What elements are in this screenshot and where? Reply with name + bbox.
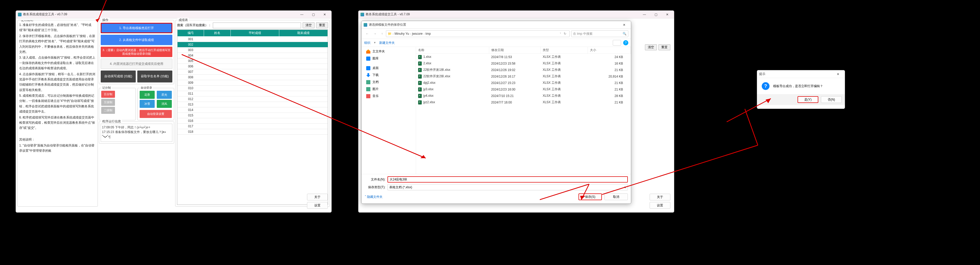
chevron-down-icon[interactable]: ˅	[560, 32, 561, 35]
auto-fill-button[interactable]: 自动填写成绩 (功能)	[101, 71, 136, 83]
table-row[interactable]: 004	[178, 53, 328, 58]
forward-button[interactable]: →	[372, 32, 378, 36]
export-template-button[interactable]: 1. 导出表格模板然后打开	[101, 23, 172, 33]
file-row[interactable]: dpj2.xlsx2024/12/27 15:23XLSX 工作表21 KB	[416, 79, 631, 86]
file-row[interactable]: 22软件开发1班.xlsx2024/12/26 19:02XLSX 工作表21 …	[416, 67, 631, 73]
clear-button[interactable]: 清空	[302, 22, 315, 28]
table-row[interactable]: 009	[178, 80, 328, 86]
refresh-button[interactable]: ↻	[562, 32, 568, 36]
back-button[interactable]: ←	[364, 32, 371, 36]
close-button[interactable]: ✕	[662, 11, 673, 18]
two-level-button[interactable]: 二级制	[101, 107, 115, 114]
hide-folders-toggle[interactable]: ˄ 隐藏文件夹	[364, 195, 383, 199]
xlsx-icon	[418, 87, 422, 92]
table-row[interactable]: 011	[178, 91, 328, 97]
clear-button[interactable]: 清空	[645, 44, 657, 50]
read-scores-button[interactable]: 2. 从表格文件中读取成绩	[101, 35, 172, 45]
table-row[interactable]: 018	[178, 129, 328, 135]
autologin-settings-button[interactable]: 自动登录设置	[140, 110, 172, 118]
table-row[interactable]: 002	[178, 42, 328, 48]
new-folder-button[interactable]: 新建文件夹	[379, 41, 395, 45]
path-seg[interactable]: jwscore	[412, 32, 423, 35]
close-button[interactable]: ✕	[319, 11, 330, 18]
autologin-panel: 自动登录 花香 星光 冰雪 清风 自动登录设置	[137, 88, 174, 120]
path-seg[interactable]: Minuhy Yu	[395, 32, 409, 35]
table-row[interactable]: 007	[178, 69, 328, 75]
save-button[interactable]: 保存(S)	[579, 194, 602, 200]
col-size[interactable]: 大小	[588, 47, 631, 54]
save-dialog: 请选择模板文件的保存位置 ✕ ← → ↑ 📁 › Minuhy Yu › jws…	[361, 21, 631, 204]
percent-system-button[interactable]: 百分制	[101, 91, 115, 98]
path-seg[interactable]: tmp	[426, 32, 431, 35]
maximize-button[interactable]: ▢	[307, 11, 319, 18]
file-row[interactable]: 1.xlsx2024/7/8 11:53XLSX 工作表24 KB	[416, 54, 631, 60]
no-button[interactable]: 否(N)	[821, 96, 842, 103]
side-music[interactable]: 音乐	[361, 92, 416, 100]
col-type[interactable]: 类型	[541, 47, 588, 54]
side-gallery[interactable]: 图库	[361, 55, 416, 62]
table-row[interactable]: 001	[178, 36, 328, 42]
close-button[interactable]: ✕	[832, 71, 844, 78]
settings-button[interactable]: 设置	[650, 202, 670, 209]
get-roster-button[interactable]: 获取学生名单 (功能)	[137, 71, 172, 83]
minimize-button[interactable]: ―	[296, 11, 307, 18]
table-row[interactable]: 008	[178, 75, 328, 80]
side-desktop[interactable]: 桌面	[361, 65, 416, 71]
file-row[interactable]: jyz2.xlsx2024/7/7 16:00XLSX 工作表21 KB	[416, 99, 631, 106]
table-row[interactable]: 012	[178, 97, 328, 102]
table-row[interactable]: 014	[178, 107, 328, 113]
filename-input[interactable]	[388, 176, 628, 182]
table-row[interactable]: 006	[178, 64, 328, 69]
path-breadcrumb[interactable]: 📁 › Minuhy Yu › jwscore › tmp ˅ ↻	[386, 30, 570, 37]
about-button[interactable]: 关于	[650, 194, 670, 200]
table-row[interactable]: 016	[178, 118, 328, 124]
side-download[interactable]: 下载	[361, 71, 416, 79]
col-id[interactable]: 编号	[178, 30, 204, 36]
close-button[interactable]: ✕	[619, 21, 630, 29]
col-date[interactable]: 修改日期	[489, 47, 541, 54]
filetype-select[interactable]: 表格文档 (*.xlsx) ▾	[388, 184, 628, 190]
profile-button[interactable]: 清风	[157, 100, 172, 108]
maximize-button[interactable]: ▢	[650, 11, 662, 18]
score-grid[interactable]: 编号 姓名 平时成绩 期末成绩 001002003004005006007008…	[177, 29, 328, 205]
col-name[interactable]: 姓名	[204, 30, 231, 36]
cancel-button[interactable]: 取消	[605, 194, 628, 200]
organize-menu[interactable]: 组织	[364, 41, 371, 45]
table-row[interactable]: 013	[178, 102, 328, 107]
help-button[interactable]: ?	[623, 40, 628, 45]
table-row[interactable]: 010	[178, 86, 328, 91]
file-row[interactable]: jy4.xlsx2024/7/10 15:21XLSX 工作表28 KB	[416, 92, 631, 99]
file-row[interactable]: 22软件开发2班.xlsx2024/12/26 16:17XLSX 工作表20,…	[416, 73, 631, 79]
up-button[interactable]: ↑	[380, 32, 384, 36]
file-row[interactable]: jy3.xlsx2024/12/23 16:00XLSX 工作表21 KB	[416, 86, 631, 92]
side-home[interactable]: 主文件夹	[361, 48, 416, 55]
folder-tree[interactable]: 主文件夹 图库 桌面 下载 文档 图片 音乐	[361, 47, 416, 174]
instruction-line: 1. "自动登录"面板为自动登录功能相关面板，在"自动登录设置"中管理登录的账	[19, 143, 96, 154]
settings-button[interactable]: 设置	[307, 202, 328, 209]
profile-button[interactable]: 冰雪	[140, 100, 155, 108]
reset-button[interactable]: 重置	[659, 44, 670, 50]
search-box[interactable]: 在 tmp 中搜索 🔍	[571, 30, 628, 37]
side-pics[interactable]: 图片	[361, 86, 416, 92]
profile-button[interactable]: 花香	[140, 91, 155, 99]
side-docs[interactable]: 文档	[361, 79, 416, 86]
search-input[interactable]	[213, 22, 301, 28]
col-regular[interactable]: 平时成绩	[231, 30, 279, 36]
col-final[interactable]: 期末成绩	[279, 30, 328, 36]
open-browser-button[interactable]: 3.（需要）启动内置浏览器，然后手动打开成绩填写页面或使用自动登录功能	[101, 47, 172, 57]
table-row[interactable]: 005	[178, 58, 328, 64]
profile-button[interactable]: 星光	[157, 91, 172, 99]
col-name[interactable]: 名称	[416, 47, 489, 54]
minimize-button[interactable]: ―	[639, 11, 650, 18]
yes-button[interactable]: 是(Y)	[797, 96, 818, 103]
reset-button[interactable]: 重置	[316, 22, 328, 28]
table-row[interactable]: 015	[178, 113, 328, 118]
file-row[interactable]: 2.xlsx2024/12/23 15:58XLSX 工作表16 KB	[416, 60, 631, 67]
view-mode-button[interactable]	[613, 40, 621, 46]
table-row[interactable]: 003	[178, 48, 328, 53]
about-button[interactable]: 关于	[307, 194, 328, 200]
table-row[interactable]: 017	[178, 124, 328, 129]
scoring-system-title: 记分制	[101, 86, 112, 90]
file-list[interactable]: 名称 修改日期 类型 大小 1.xlsx2024/7/8 11:53XLSX 工…	[416, 47, 631, 174]
five-level-button[interactable]: 五级制	[101, 99, 115, 106]
